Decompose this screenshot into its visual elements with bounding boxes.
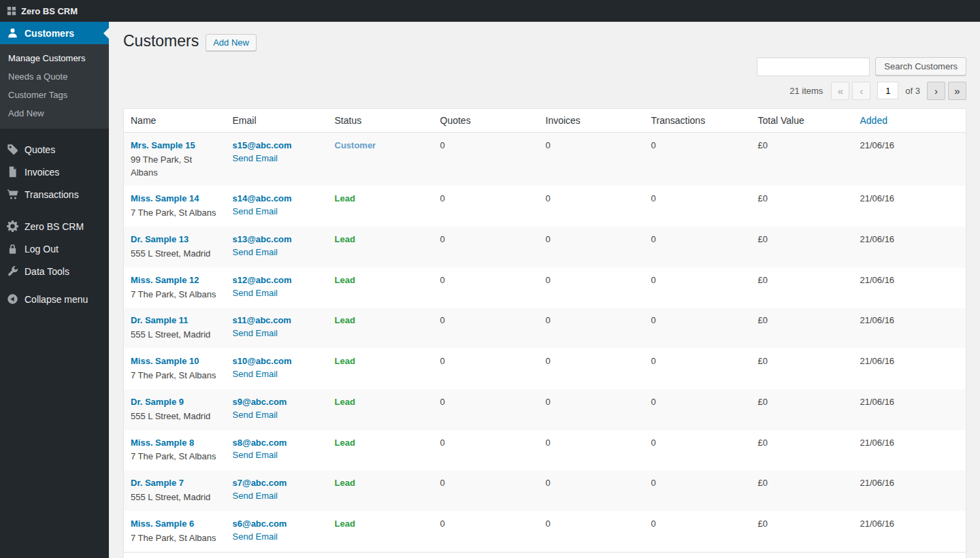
total-value-cell: £0 (751, 389, 853, 430)
customer-name-link[interactable]: Miss. Sample 12 (131, 275, 199, 285)
sidebar-item-transactions[interactable]: Transactions (0, 183, 109, 206)
customer-email-link[interactable]: s13@abc.com (233, 234, 292, 244)
send-email-link[interactable]: Send Email (233, 450, 278, 460)
table-footer: Name Email Status Quotes Invoices Transa… (124, 552, 966, 558)
user-icon (7, 27, 18, 39)
customer-address: 7 The Park, St Albans (131, 450, 219, 463)
customer-name-link[interactable]: Dr. Sample 7 (131, 478, 184, 488)
customer-email-link[interactable]: s10@abc.com (233, 356, 292, 366)
send-email-link[interactable]: Send Email (233, 153, 278, 163)
menu-separator (0, 206, 109, 215)
prev-page-button[interactable]: ‹ (852, 82, 870, 100)
send-email-link[interactable]: Send Email (233, 288, 278, 298)
brand[interactable]: Zero BS CRM (0, 6, 84, 16)
email-cell: s9@abc.com Send Email (226, 389, 328, 430)
quotes-cell: 0 (434, 470, 539, 511)
send-email-link[interactable]: Send Email (233, 328, 278, 338)
transactions-cell: 0 (644, 470, 751, 511)
first-page-button[interactable]: « (831, 82, 849, 100)
next-page-button[interactable]: › (927, 82, 945, 100)
status-cell: Lead (328, 227, 434, 267)
tag-icon (7, 144, 18, 155)
total-value-cell: £0 (751, 348, 853, 389)
search-customers-button[interactable]: Search Customers (875, 57, 966, 76)
col-header-email: Email (226, 108, 328, 132)
sidebar-item-label: Log Out (24, 244, 59, 255)
status-cell: Lead (328, 470, 434, 511)
sidebar-item-add-new[interactable]: Add New (0, 104, 109, 122)
customer-name-link[interactable]: Mrs. Sample 15 (131, 140, 195, 150)
sidebar-item-manage-customers[interactable]: Manage Customers (0, 49, 109, 67)
quotes-cell: 0 (434, 348, 539, 389)
customer-email-link[interactable]: s14@abc.com (233, 193, 292, 203)
sidebar-item-needs-a-quote[interactable]: Needs a Quote (0, 67, 109, 86)
status-badge: Customer (335, 140, 376, 150)
transactions-cell: 0 (644, 348, 751, 389)
quotes-cell: 0 (434, 430, 539, 471)
customer-email-link[interactable]: s15@abc.com (233, 140, 292, 150)
sidebar-item-data-tools[interactable]: Data Tools (0, 260, 109, 282)
customer-email-link[interactable]: s12@abc.com (233, 275, 292, 285)
wrench-icon (7, 265, 18, 277)
sidebar-item-logout[interactable]: Log Out (0, 237, 109, 260)
send-email-link[interactable]: Send Email (233, 247, 278, 257)
page-header: Customers Add New (123, 31, 966, 52)
sidebar-item-zbs-settings[interactable]: Zero BS CRM (0, 215, 109, 237)
sidebar-item-invoices[interactable]: Invoices (0, 161, 109, 183)
name-cell: Dr. Sample 9 555 L Street, Madrid (124, 389, 226, 430)
last-page-button[interactable]: » (948, 82, 966, 100)
email-cell: s14@abc.com Send Email (226, 186, 328, 227)
document-icon (7, 166, 18, 178)
invoices-cell: 0 (539, 227, 644, 267)
col-header-added-sort[interactable]: Added (860, 115, 887, 126)
status-badge: Lead (335, 193, 355, 203)
sidebar-item-quotes[interactable]: Quotes (0, 138, 109, 161)
customer-email-link[interactable]: s7@abc.com (233, 478, 287, 488)
customer-email-link[interactable]: s6@abc.com (233, 519, 287, 529)
added-cell: 21/06/16 (853, 511, 966, 552)
menu-separator (0, 129, 109, 138)
customer-name-link[interactable]: Dr. Sample 11 (131, 315, 189, 325)
transactions-cell: 0 (644, 389, 751, 430)
total-value-cell: £0 (751, 132, 853, 186)
customer-name-link[interactable]: Miss. Sample 14 (131, 193, 199, 203)
search-input[interactable] (757, 57, 870, 76)
sidebar-item-customers[interactable]: Customers (0, 22, 109, 44)
total-value-cell: £0 (751, 267, 853, 308)
added-cell: 21/06/16 (853, 227, 966, 267)
sidebar-item-collapse-menu[interactable]: Collapse menu (0, 288, 109, 310)
col-header-transactions: Transactions (644, 108, 751, 132)
customer-email-link[interactable]: s8@abc.com (233, 438, 287, 448)
send-email-link[interactable]: Send Email (233, 531, 278, 542)
customer-name-link[interactable]: Dr. Sample 9 (131, 397, 184, 407)
customer-address: 7 The Park, St Albans (131, 370, 219, 382)
added-cell: 21/06/16 (853, 348, 966, 389)
customer-name-link[interactable]: Miss. Sample 6 (131, 519, 194, 529)
name-cell: Mrs. Sample 15 99 The Park, St Albans (124, 132, 226, 186)
added-cell: 21/06/16 (853, 186, 966, 227)
quotes-cell: 0 (434, 308, 539, 348)
send-email-link[interactable]: Send Email (233, 206, 278, 216)
send-email-link[interactable]: Send Email (233, 491, 278, 501)
col-header-invoices: Invoices (539, 108, 644, 132)
total-value-cell: £0 (751, 470, 853, 511)
customer-address: 7 The Park, St Albans (131, 289, 219, 301)
sidebar-item-customer-tags[interactable]: Customer Tags (0, 86, 109, 104)
customer-name-link[interactable]: Miss. Sample 10 (131, 356, 199, 366)
invoices-cell: 0 (539, 430, 644, 471)
customer-name-link[interactable]: Dr. Sample 13 (131, 234, 189, 244)
quotes-cell: 0 (434, 267, 539, 308)
total-value-cell: £0 (751, 511, 853, 552)
quotes-cell: 0 (434, 186, 539, 227)
col-header-quotes: Quotes (434, 108, 539, 132)
send-email-link[interactable]: Send Email (233, 410, 278, 420)
add-new-button[interactable]: Add New (206, 34, 257, 51)
status-badge: Lead (335, 519, 355, 529)
current-page-input[interactable] (877, 82, 898, 99)
send-email-link[interactable]: Send Email (233, 369, 278, 379)
collapse-arrow-icon (7, 293, 18, 305)
customer-name-link[interactable]: Miss. Sample 8 (131, 438, 194, 448)
added-cell: 21/06/16 (853, 132, 966, 186)
customer-email-link[interactable]: s9@abc.com (233, 397, 287, 407)
customer-email-link[interactable]: s11@abc.com (233, 315, 291, 325)
